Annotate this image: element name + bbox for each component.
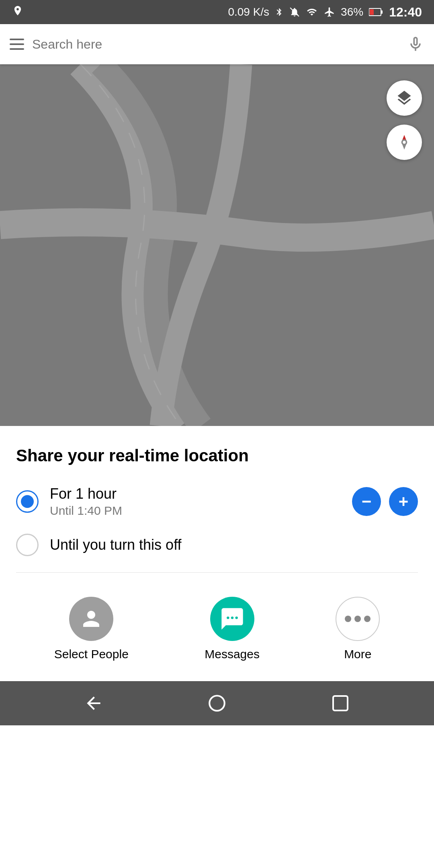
- back-icon: [84, 693, 104, 713]
- airplane-icon: [324, 6, 335, 18]
- svg-point-8: [227, 616, 229, 619]
- search-bar[interactable]: [0, 24, 434, 64]
- layers-icon: [395, 89, 413, 107]
- increase-time-button[interactable]: +: [389, 487, 418, 516]
- messages-label: Messages: [205, 647, 260, 661]
- radio-turn-off-label: Until you turn this off: [50, 536, 418, 553]
- svg-point-7: [402, 140, 407, 145]
- menu-button[interactable]: [10, 39, 24, 50]
- divider: [16, 572, 418, 573]
- bottom-sheet: Share your real-time location For 1 hour…: [0, 426, 434, 681]
- location-pin-icon: [12, 5, 23, 19]
- bluetooth-icon: [275, 6, 284, 18]
- map-svg: [0, 64, 434, 426]
- decrease-time-button[interactable]: −: [352, 487, 381, 516]
- status-right: 0.09 K/s 36% 12:40: [228, 5, 422, 20]
- status-left: [12, 5, 23, 19]
- status-bar: 0.09 K/s 36% 12:40: [0, 0, 434, 24]
- option-2-main-text: Until you turn this off: [50, 536, 418, 553]
- map-area[interactable]: [0, 64, 434, 426]
- bell-muted-icon: [289, 6, 300, 18]
- option-1-sub-text: Until 1:40 PM: [50, 504, 352, 518]
- messages-icon: [219, 606, 245, 632]
- svg-rect-2: [381, 10, 383, 14]
- search-input[interactable]: [32, 37, 399, 52]
- compass-icon: [395, 133, 413, 151]
- recents-button[interactable]: [328, 691, 352, 715]
- option-turn-off[interactable]: Until you turn this off: [16, 534, 418, 556]
- more-label: More: [344, 647, 371, 661]
- more-button[interactable]: More: [336, 597, 380, 661]
- nav-bar: [0, 681, 434, 725]
- map-layers-button[interactable]: [387, 80, 422, 116]
- svg-rect-12: [333, 696, 348, 710]
- svg-point-10: [235, 616, 237, 619]
- select-people-icon-bg: [69, 597, 113, 641]
- radio-turn-off[interactable]: [16, 534, 39, 556]
- back-button[interactable]: [82, 691, 106, 715]
- mic-icon[interactable]: [407, 35, 424, 53]
- svg-rect-3: [370, 9, 374, 15]
- battery-percent: 36%: [341, 6, 363, 18]
- radio-1-hour[interactable]: [16, 490, 39, 513]
- more-icon-bg: [336, 597, 380, 641]
- select-people-button[interactable]: Select People: [54, 597, 129, 661]
- home-icon: [207, 693, 227, 713]
- battery-icon: [369, 8, 383, 16]
- option-1-main-text: For 1 hour: [50, 485, 352, 502]
- person-icon: [79, 607, 103, 631]
- recents-icon: [331, 694, 350, 713]
- svg-point-9: [231, 616, 233, 619]
- share-options-row: Select People Messages: [16, 585, 418, 669]
- messages-button[interactable]: Messages: [205, 597, 260, 661]
- three-dots-icon: [345, 616, 371, 622]
- radio-1-hour-label: For 1 hour Until 1:40 PM: [50, 485, 352, 518]
- home-button[interactable]: [205, 691, 229, 715]
- messages-icon-bg: [210, 597, 254, 641]
- map-compass-button[interactable]: [387, 125, 422, 160]
- svg-point-11: [209, 696, 225, 711]
- wifi-icon: [305, 7, 318, 17]
- select-people-label: Select People: [54, 647, 129, 661]
- status-time: 12:40: [389, 5, 422, 20]
- time-controls: − +: [352, 487, 418, 516]
- sheet-title: Share your real-time location: [16, 446, 418, 465]
- option-1-hour[interactable]: For 1 hour Until 1:40 PM − +: [16, 485, 418, 518]
- data-speed: 0.09 K/s: [228, 6, 269, 18]
